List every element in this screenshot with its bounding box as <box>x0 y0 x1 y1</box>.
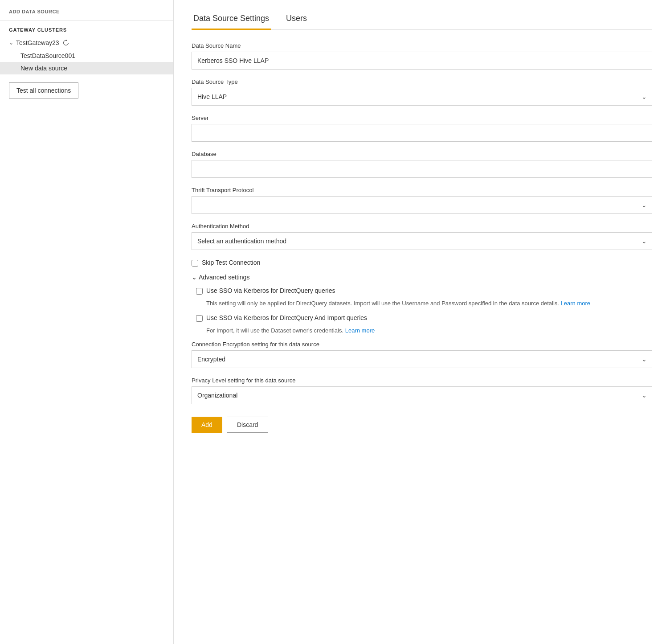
tab-users[interactable]: Users <box>284 9 309 30</box>
privacy-level-wrapper: Organizational ⌄ <box>192 386 652 404</box>
tabs: Data Source Settings Users <box>192 9 652 30</box>
advanced-settings-content: Use SSO via Kerberos for DirectQuery que… <box>192 287 652 335</box>
test-all-connections-button[interactable]: Test all connections <box>9 82 78 98</box>
privacy-level-group: Privacy Level setting for this data sour… <box>192 377 652 404</box>
gateway-item[interactable]: ⌄ TestGateway23 <box>0 36 173 49</box>
sso-kerberos-import-label[interactable]: Use SSO via Kerberos for DirectQuery And… <box>206 314 367 321</box>
sso-kerberos-import-learn-more-link[interactable]: Learn more <box>345 327 375 334</box>
datasource-item-new[interactable]: New data source <box>0 62 173 74</box>
sso-kerberos-direct-learn-more-link[interactable]: Learn more <box>561 300 590 307</box>
database-group: Database <box>192 151 652 178</box>
advanced-settings-toggle[interactable]: ⌄ Advanced settings <box>192 274 652 281</box>
add-button[interactable]: Add <box>192 417 222 433</box>
skip-test-connection-checkbox[interactable] <box>192 260 198 267</box>
sso-kerberos-direct-label[interactable]: Use SSO via Kerberos for DirectQuery que… <box>206 287 335 294</box>
gateway-clusters-label: GATEWAY CLUSTERS <box>0 27 173 36</box>
sso-kerberos-direct-checkbox[interactable] <box>196 288 203 295</box>
sso-kerberos-import-description: For Import, it will use the Dataset owne… <box>196 326 652 335</box>
server-input[interactable] <box>192 124 652 142</box>
main-content: Data Source Settings Users Data Source N… <box>174 0 670 644</box>
data-source-name-group: Data Source Name <box>192 42 652 70</box>
privacy-level-label: Privacy Level setting for this data sour… <box>192 377 652 384</box>
data-source-name-label: Data Source Name <box>192 42 652 49</box>
chevron-down-icon: ⌄ <box>192 274 197 281</box>
connection-encryption-wrapper: Encrypted ⌄ <box>192 350 652 368</box>
data-source-type-select[interactable]: Hive LLAP <box>192 88 652 106</box>
connection-encryption-select[interactable]: Encrypted <box>192 350 652 368</box>
data-source-type-wrapper: Hive LLAP ⌄ <box>192 88 652 106</box>
database-label: Database <box>192 151 652 157</box>
gateway-name: TestGateway23 <box>16 39 59 46</box>
data-source-name-input[interactable] <box>192 52 652 70</box>
data-source-type-label: Data Source Type <box>192 78 652 85</box>
thrift-transport-label: Thrift Transport Protocol <box>192 187 652 193</box>
skip-test-connection-row: Skip Test Connection <box>192 259 652 267</box>
skip-test-connection-label[interactable]: Skip Test Connection <box>202 259 260 266</box>
thrift-transport-select[interactable] <box>192 196 652 214</box>
sso-kerberos-direct-description: This setting will only be applied for Di… <box>196 299 652 308</box>
sso-kerberos-direct-row: Use SSO via Kerberos for DirectQuery que… <box>196 287 652 295</box>
connection-encryption-label: Connection Encryption setting for this d… <box>192 341 652 348</box>
auth-method-group: Authentication Method Select an authenti… <box>192 223 652 250</box>
chevron-down-icon: ⌄ <box>9 40 13 46</box>
sso-kerberos-import-row: Use SSO via Kerberos for DirectQuery And… <box>196 314 652 322</box>
sync-icon <box>62 39 70 47</box>
connection-encryption-group: Connection Encryption setting for this d… <box>192 341 652 368</box>
sso-kerberos-import-checkbox[interactable] <box>196 315 203 322</box>
thrift-transport-group: Thrift Transport Protocol ⌄ <box>192 187 652 214</box>
sidebar: ADD DATA SOURCE GATEWAY CLUSTERS ⌄ TestG… <box>0 0 174 644</box>
datasource-item-testdatasource001[interactable]: TestDataSource001 <box>0 49 173 62</box>
discard-button[interactable]: Discard <box>227 417 268 433</box>
tab-data-source-settings[interactable]: Data Source Settings <box>192 9 271 30</box>
add-data-source-header: ADD DATA SOURCE <box>0 9 173 21</box>
data-source-type-group: Data Source Type Hive LLAP ⌄ <box>192 78 652 106</box>
privacy-level-select[interactable]: Organizational <box>192 386 652 404</box>
database-input[interactable] <box>192 160 652 178</box>
auth-method-wrapper: Select an authentication method ⌄ <box>192 232 652 250</box>
auth-method-label: Authentication Method <box>192 223 652 230</box>
button-row: Add Discard <box>192 417 652 433</box>
server-group: Server <box>192 115 652 142</box>
thrift-transport-wrapper: ⌄ <box>192 196 652 214</box>
auth-method-select[interactable]: Select an authentication method <box>192 232 652 250</box>
advanced-settings-label: Advanced settings <box>199 274 249 281</box>
server-label: Server <box>192 115 652 121</box>
